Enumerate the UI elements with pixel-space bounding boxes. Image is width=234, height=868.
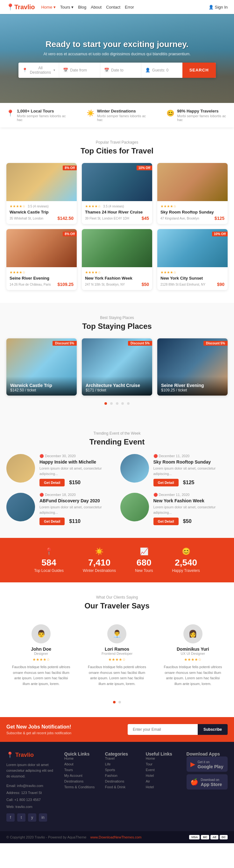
event-content-0: 🔴 December 30, 2020 Happy Inside with Mi… xyxy=(40,454,114,487)
destination-field[interactable]: 📍 All Destinations ▾ xyxy=(19,63,59,78)
footer-cat-fashion[interactable]: Fashion xyxy=(105,774,139,777)
staying-section: Best Staying Places Top Staying Places D… xyxy=(0,303,234,418)
footer-cat-travel[interactable]: Travel xyxy=(105,756,139,760)
nav-error[interactable]: Error xyxy=(125,5,134,9)
staying-card-1[interactable]: Discount 5% Architecture Yacht Cruise $1… xyxy=(82,338,152,396)
footer-useful-hotel2[interactable]: Hotel xyxy=(146,785,180,789)
footer-link-tours[interactable]: Tours xyxy=(64,768,99,772)
date-from-icon: 📅 xyxy=(63,68,68,72)
date-to-text: Date to xyxy=(111,68,124,72)
footer-useful-hotel[interactable]: Hotel xyxy=(146,774,180,777)
t-name-1: Lori Ramos xyxy=(87,647,147,652)
newsletter-email-input[interactable] xyxy=(128,724,198,735)
event-btn-1[interactable]: Get Detail xyxy=(153,479,179,487)
event-desc-1: Lorem ipsum dolor sit amet, consectetur … xyxy=(153,466,228,476)
travel-card-0[interactable]: 8% Off ★★★★☆ 3.5 (4 reviews) Warwick Cas… xyxy=(6,163,77,224)
footer-grid: 📍 Travlio Lorem ipsum dolor sit amet con… xyxy=(6,751,228,822)
travel-card-3[interactable]: 8% Off ★★★★☆ Seine River Evening 14-26 R… xyxy=(6,229,77,290)
card-price-5: $90 xyxy=(217,282,225,287)
footer-link-about[interactable]: About xyxy=(64,762,99,766)
facebook-icon[interactable]: f xyxy=(6,813,15,822)
footer-useful-air[interactable]: Air xyxy=(146,779,180,783)
event-price-1: $125 xyxy=(183,480,194,486)
youtube-icon[interactable]: y xyxy=(28,813,36,822)
app-store-label: App Store xyxy=(201,782,222,787)
event-img-1 xyxy=(120,454,149,483)
footer-web: Web: travlio.com xyxy=(6,803,58,810)
google-play-button[interactable]: ▶ Get it on Google Play xyxy=(187,756,228,772)
linkedin-icon[interactable]: in xyxy=(39,813,47,822)
t-dot-2[interactable] xyxy=(119,701,121,704)
event-price-2: $110 xyxy=(69,519,81,524)
staying-card-0[interactable]: Discount 5% Warwick Castle Trip $142.50 … xyxy=(6,338,77,396)
footer-useful-event[interactable]: Event xyxy=(146,768,180,772)
signin-button[interactable]: 👤 Sign In xyxy=(209,5,228,9)
staying-card-2[interactable]: Discount 5% Seine River Evening $109.25 … xyxy=(157,338,228,396)
footer-link-home[interactable]: Home xyxy=(64,756,99,760)
logo-text: Travlio xyxy=(14,3,35,11)
footer-useful-tour[interactable]: Tour xyxy=(146,762,180,766)
google-play-text: Get it on Google Play xyxy=(198,759,224,769)
newsletter-section: Get New Jobs Notification! Subscribe & g… xyxy=(0,717,234,742)
nav-about[interactable]: About xyxy=(91,5,102,9)
event-date-3: 🔴 December 11, 2020 xyxy=(153,493,228,497)
twitter-icon[interactable]: t xyxy=(17,813,25,822)
footer-useful-links-title: Useful Links xyxy=(146,751,180,756)
event-btn-row-2: Get Detail $110 xyxy=(40,518,114,525)
newsletter-subscribe-button[interactable]: Subscribe xyxy=(198,724,228,735)
google-play-icon: ▶ xyxy=(190,760,195,768)
card-location-3: 14-26 Rue de Château, Paris xyxy=(9,283,51,286)
date-from-field[interactable]: 📅 Date from xyxy=(59,63,100,78)
nav-blog[interactable]: Blog xyxy=(78,5,86,9)
dot-5[interactable] xyxy=(127,402,130,405)
testimonials-section: What Our Clients Saying Our Traveler Say… xyxy=(0,582,234,717)
app-store-icon: 🍎 xyxy=(190,778,198,786)
stat-travelers: 😊 98% Happy Travelers Morbi semper fames… xyxy=(166,108,228,122)
footer-link-terms[interactable]: Terms & Conditions xyxy=(64,785,99,789)
footer-cat-destinations[interactable]: Destinations xyxy=(105,779,139,783)
dot-4[interactable] xyxy=(121,402,124,405)
travel-card-5[interactable]: 10% Off ★★★★☆ New York City Sunset 2128 … xyxy=(157,229,228,290)
event-btn-2[interactable]: Get Detail xyxy=(40,518,64,525)
event-btn-0[interactable]: Get Detail xyxy=(40,479,64,487)
travel-card-img-3: 8% Off xyxy=(6,229,77,267)
t-dot-1[interactable] xyxy=(113,701,115,704)
counter-label-2: New Tours xyxy=(135,568,153,573)
footer-quick-links-col: Quick Links Home About Tours My Account … xyxy=(64,751,99,822)
nav-home[interactable]: Home ▾ xyxy=(41,5,55,9)
dot-2[interactable] xyxy=(110,402,113,405)
footer-link-destinations[interactable]: Destinations xyxy=(64,779,99,783)
date-to-field[interactable]: 📅 Date to xyxy=(100,63,141,78)
t-text-1: Faucibus tristique felis potenti ultrice… xyxy=(87,664,147,687)
travel-section: Popular Travel Packages Top Cities for T… xyxy=(0,127,234,303)
travel-card-2[interactable]: ★★★★☆ Sky Room Rooftop Sunday 47 Kingsla… xyxy=(157,163,228,224)
nav-contact[interactable]: Contact xyxy=(106,5,120,9)
nav-tours[interactable]: Tours ▾ xyxy=(60,5,74,9)
website-link[interactable]: www.DownloadNewThemes.com xyxy=(90,835,142,839)
discount-badge-0: 8% Off xyxy=(63,165,77,170)
app-store-button[interactable]: 🍎 Download on App Store xyxy=(187,774,228,789)
footer-cat-sports[interactable]: Sports xyxy=(105,768,139,772)
event-btn-3[interactable]: Get Detail xyxy=(153,518,179,525)
testimonials-grid: 👨 John Doe Designer ★★★★☆ Faucibus trist… xyxy=(6,618,228,693)
logo[interactable]: 📍 Travlio xyxy=(6,3,35,11)
guests-field[interactable]: 👤 Guests: 0 xyxy=(141,63,182,78)
footer-logo-text: Travlio xyxy=(15,752,34,758)
card-price-row-1: 39 Fleet St, London EC4Y 1DH $45 xyxy=(85,216,149,221)
footer-useful-home[interactable]: Home xyxy=(146,756,180,760)
card-price-1: $45 xyxy=(142,216,149,221)
card-stars-1: ★★★★☆ 3.5 (4 reviews) xyxy=(85,204,149,209)
dot-3[interactable] xyxy=(116,402,119,405)
footer-cat-food[interactable]: Food & Drink xyxy=(105,785,139,789)
discount-badge-1: 10% Off xyxy=(136,165,152,170)
footer-cat-life[interactable]: Life xyxy=(105,762,139,766)
counter-3: 😊 2,540 Happy Travelers xyxy=(172,548,200,573)
footer-link-myaccount[interactable]: My Account xyxy=(64,774,99,777)
card-stars-0: ★★★★☆ 3.5 (4 reviews) xyxy=(9,204,74,209)
dot-1[interactable] xyxy=(104,402,107,405)
travel-card-4[interactable]: ★★★★☆ New York Fashion Week 247 N 10th S… xyxy=(82,229,152,290)
newsletter-text: Get New Jobs Notification! Subscribe & g… xyxy=(6,724,71,735)
search-button[interactable]: SEARCH xyxy=(182,63,216,78)
travel-card-1[interactable]: 10% Off ★★★★☆ 3.5 (4 reviews) Thames 24 … xyxy=(82,163,152,224)
travel-card-img-4 xyxy=(82,229,152,267)
